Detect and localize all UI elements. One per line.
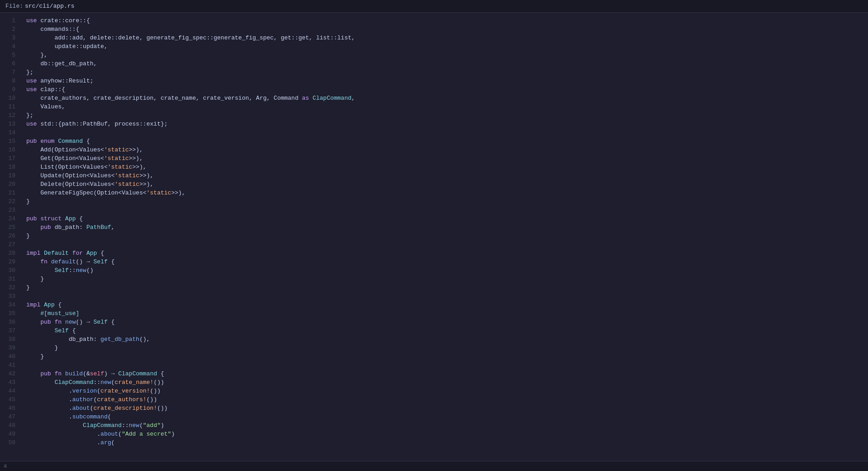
line-number: 25 — [4, 223, 15, 232]
line-number: 8 — [4, 77, 15, 85]
code-line: impl App { — [26, 301, 868, 309]
line-number: 28 — [4, 249, 15, 257]
line-number: 26 — [4, 232, 15, 240]
line-number: 14 — [4, 128, 15, 137]
code-line: GenerateFigSpec(Option<Values<'static>>)… — [26, 189, 868, 197]
line-number: 30 — [4, 266, 15, 275]
code-line: Get(Option<Values<'static>>), — [26, 154, 868, 163]
line-number: 41 — [4, 361, 15, 369]
line-number: 4 — [4, 42, 15, 51]
line-number: 5 — [4, 51, 15, 59]
line-number: 23 — [4, 206, 15, 214]
code-line: } — [26, 344, 868, 352]
line-number: 9 — [4, 85, 15, 94]
code-line: .subcommand( — [26, 413, 868, 421]
line-number: 45 — [4, 395, 15, 404]
line-number: 49 — [4, 430, 15, 438]
code-line: use std::{path::PathBuf, process::exit}; — [26, 120, 868, 128]
line-number: 13 — [4, 120, 15, 128]
code-line: Self { — [26, 326, 868, 335]
line-number: 29 — [4, 257, 15, 266]
code-line: ClapCommand::new("add") — [26, 421, 868, 430]
code-line: db_path: get_db_path(), — [26, 335, 868, 344]
line-number: 42 — [4, 369, 15, 378]
code-line: .version(crate_version!()) — [26, 387, 868, 395]
line-number: 18 — [4, 163, 15, 171]
code-area[interactable]: use crate::core::{ commands::{ add::add,… — [23, 13, 868, 469]
line-number: 12 — [4, 111, 15, 120]
code-line: Self::new() — [26, 266, 868, 275]
code-line: } — [26, 275, 868, 283]
line-number: 27 — [4, 240, 15, 249]
code-line: use anyhow::Result; — [26, 77, 868, 85]
line-number: 31 — [4, 275, 15, 283]
code-line: commands::{ — [26, 25, 868, 34]
line-number: 34 — [4, 301, 15, 309]
line-number: 16 — [4, 146, 15, 154]
code-line: .arg( — [26, 438, 868, 447]
code-line: add::add, delete::delete, generate_fig_s… — [26, 34, 868, 42]
line-number: 36 — [4, 318, 15, 326]
line-number: 17 — [4, 154, 15, 163]
code-line: Values, — [26, 102, 868, 111]
code-line: use clap::{ — [26, 85, 868, 94]
line-number: 37 — [4, 326, 15, 335]
line-number: 11 — [4, 102, 15, 111]
line-number: 39 — [4, 344, 15, 352]
code-line: .about(crate_description!()) — [26, 404, 868, 413]
code-line: .author(crate_authors!()) — [26, 395, 868, 404]
line-number: 6 — [4, 59, 15, 68]
code-line: pub fn build(&self) → ClapCommand { — [26, 369, 868, 378]
statusbar-indicator: ≡ — [4, 463, 7, 470]
line-number: 21 — [4, 189, 15, 197]
code-line: }, — [26, 51, 868, 59]
line-number: 46 — [4, 404, 15, 413]
line-number: 10 — [4, 94, 15, 102]
line-number: 48 — [4, 421, 15, 430]
line-number: 47 — [4, 413, 15, 421]
line-number: 32 — [4, 283, 15, 292]
line-number: 43 — [4, 378, 15, 387]
line-number: 40 — [4, 352, 15, 361]
line-number: 15 — [4, 137, 15, 146]
code-line: }; — [26, 68, 868, 77]
line-number: 24 — [4, 214, 15, 223]
file-path: src/cli/app.rs — [25, 3, 74, 10]
line-number: 20 — [4, 180, 15, 189]
code-line: pub db_path: PathBuf, — [26, 223, 868, 232]
code-line: List(Option<Values<'static>>), — [26, 163, 868, 171]
editor-container: 1234567891011121314151617181920212223242… — [0, 13, 868, 469]
code-line: } — [26, 352, 868, 361]
line-number: 38 — [4, 335, 15, 344]
code-line: crate_authors, crate_description, crate_… — [26, 94, 868, 102]
line-number: 22 — [4, 197, 15, 206]
code-line: Add(Option<Values<'static>>), — [26, 146, 868, 154]
line-number: 50 — [4, 438, 15, 447]
code-line: } — [26, 283, 868, 292]
status-bar: ≡ — [0, 461, 868, 471]
code-line: pub enum Command { — [26, 137, 868, 146]
line-number: 3 — [4, 34, 15, 42]
code-line: update::update, — [26, 42, 868, 51]
line-number: 44 — [4, 387, 15, 395]
code-line: ClapCommand::new(crate_name!()) — [26, 378, 868, 387]
line-number: 7 — [4, 68, 15, 77]
code-line: db::get_db_path, — [26, 59, 868, 68]
code-line — [26, 206, 868, 214]
code-line: Update(Option<Values<'static>>), — [26, 171, 868, 180]
line-number: 19 — [4, 171, 15, 180]
code-line: } — [26, 197, 868, 206]
code-line — [26, 128, 868, 137]
code-line: fn default() → Self { — [26, 257, 868, 266]
code-line — [26, 292, 868, 301]
file-label: File: — [5, 3, 23, 10]
code-line: use crate::core::{ — [26, 16, 868, 25]
title-bar: File: src/cli/app.rs — [0, 0, 868, 13]
code-line: pub struct App { — [26, 214, 868, 223]
line-number: 1 — [4, 16, 15, 25]
code-line: pub fn new() → Self { — [26, 318, 868, 326]
code-line: impl Default for App { — [26, 249, 868, 257]
code-line: Delete(Option<Values<'static>>), — [26, 180, 868, 189]
statusbar-left: ≡ — [4, 463, 7, 470]
line-numbers: 1234567891011121314151617181920212223242… — [0, 13, 23, 469]
